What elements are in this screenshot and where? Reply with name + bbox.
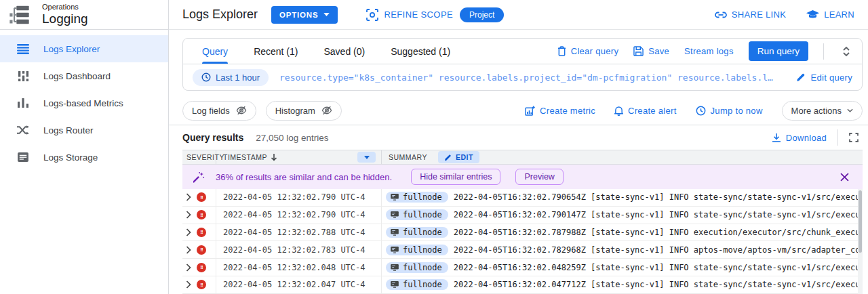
log-rows-container: 2022-04-05 12:32:02.790 UTC-4 fullnode 2… bbox=[182, 189, 863, 294]
collapse-expand-icon[interactable] bbox=[839, 46, 854, 57]
column-severity[interactable]: SEVERITY bbox=[182, 150, 216, 164]
jump-to-now-button[interactable]: Jump to now bbox=[696, 106, 763, 116]
sidebar-item-logs-dashboard[interactable]: Logs Dashboard bbox=[0, 62, 168, 89]
storage-doc-icon bbox=[16, 150, 30, 164]
visibility-off-icon bbox=[321, 106, 332, 115]
summary-cell: fullnode 2022-04-05T16:32:02.790147Z [st… bbox=[382, 209, 863, 220]
run-query-button[interactable]: Run query bbox=[749, 41, 808, 61]
query-text[interactable]: resource.type="k8s_container" resource.l… bbox=[279, 72, 785, 83]
sidebar-item-logs-based-metrics[interactable]: Logs-based Metrics bbox=[0, 89, 168, 117]
refine-scope-button[interactable]: REFINE SCOPE bbox=[366, 9, 453, 21]
severity-cell bbox=[182, 259, 216, 276]
scrollbar-thumb[interactable] bbox=[859, 190, 862, 253]
divider bbox=[823, 43, 824, 60]
column-timestamp[interactable]: TIMESTAMP bbox=[216, 150, 382, 164]
vertical-scrollbar[interactable] bbox=[858, 189, 863, 294]
expand-chevron-icon[interactable] bbox=[186, 280, 191, 289]
log-fields-toggle[interactable]: Log fields bbox=[182, 101, 256, 121]
close-banner-icon[interactable] bbox=[837, 170, 852, 184]
product-name: Operations bbox=[42, 3, 88, 12]
caret-down-icon bbox=[323, 13, 330, 16]
brand: Operations Logging bbox=[0, 0, 168, 30]
expand-chevron-icon[interactable] bbox=[186, 193, 191, 201]
chart-plus-icon bbox=[525, 106, 535, 116]
fullnode-chip[interactable]: fullnode bbox=[386, 209, 448, 220]
link-icon bbox=[715, 10, 727, 20]
tab-query[interactable]: Query bbox=[202, 39, 228, 64]
shuffle-icon bbox=[16, 123, 30, 137]
divider bbox=[837, 129, 838, 146]
learn-label: LEARN bbox=[824, 9, 854, 20]
more-actions-button[interactable]: More actions bbox=[782, 101, 863, 121]
expand-chevron-icon[interactable] bbox=[186, 246, 191, 254]
fullnode-chip[interactable]: fullnode bbox=[386, 227, 448, 238]
query-tabs-row: Query Recent (1) Saved (0) Suggested (1)… bbox=[183, 39, 862, 64]
hide-similar-entries-button[interactable]: Hide similar entries bbox=[411, 169, 500, 185]
summary-cell: fullnode 2022-04-05T16:32:02.782968Z [st… bbox=[382, 245, 863, 255]
log-row[interactable]: 2022-04-05 12:32:02.790 UTC-4 fullnode 2… bbox=[182, 207, 863, 224]
histogram-toggle[interactable]: Histogram bbox=[266, 101, 342, 121]
options-button[interactable]: OPTIONS bbox=[271, 6, 338, 24]
sidebar-item-logs-explorer[interactable]: Logs Explorer bbox=[0, 35, 168, 62]
log-fields-label: Log fields bbox=[192, 106, 230, 116]
log-row[interactable]: 2022-04-05 12:32:02.790 UTC-4 fullnode 2… bbox=[182, 189, 863, 207]
create-metric-button[interactable]: Create metric bbox=[525, 106, 595, 116]
stream-logs-button[interactable]: Stream logs bbox=[684, 46, 734, 56]
create-alert-button[interactable]: Create alert bbox=[614, 106, 677, 116]
fullnode-chip[interactable]: fullnode bbox=[386, 279, 448, 290]
create-metric-label: Create metric bbox=[540, 106, 595, 116]
edit-query-button[interactable]: Edit query bbox=[796, 72, 852, 83]
query-actions: Clear query Save Stream logs Run query bbox=[557, 39, 859, 64]
container-icon bbox=[391, 229, 399, 236]
download-button[interactable]: Download bbox=[772, 133, 827, 143]
sidebar-item-logs-storage[interactable]: Logs Storage bbox=[0, 144, 168, 171]
query-builder-card: Query Recent (1) Saved (0) Suggested (1)… bbox=[182, 38, 863, 91]
tab-saved[interactable]: Saved (0) bbox=[323, 39, 365, 64]
main-content: Logs Explorer OPTIONS REFINE SCOPE Proje… bbox=[169, 0, 868, 294]
fullnode-chip[interactable]: fullnode bbox=[386, 192, 448, 203]
chip-label: fullnode bbox=[403, 280, 442, 289]
learn-button[interactable]: LEARN bbox=[806, 9, 854, 20]
log-summary: 2022-04-05T16:32:02.790147Z [state-sync-… bbox=[454, 210, 863, 219]
save-label: Save bbox=[648, 46, 669, 56]
sidebar-item-label: Logs-based Metrics bbox=[43, 98, 123, 108]
severity-cell bbox=[182, 207, 216, 224]
fullnode-chip[interactable]: fullnode bbox=[386, 245, 448, 255]
chip-label: fullnode bbox=[403, 228, 442, 237]
edit-query-label: Edit query bbox=[810, 72, 852, 83]
expand-chevron-icon[interactable] bbox=[186, 211, 191, 219]
bar-chart-icon bbox=[16, 96, 30, 110]
download-icon bbox=[772, 133, 781, 142]
timestamp-dropdown-button[interactable] bbox=[357, 152, 376, 163]
jump-to-now-label: Jump to now bbox=[711, 106, 763, 116]
tab-recent[interactable]: Recent (1) bbox=[254, 39, 298, 64]
log-row[interactable]: 2022-04-05 12:32:02.047 UTC-4 fullnode 2… bbox=[182, 276, 863, 294]
expand-chevron-icon[interactable] bbox=[186, 228, 191, 236]
clock-icon bbox=[201, 72, 211, 82]
fullscreen-icon[interactable] bbox=[849, 133, 859, 142]
results-header: Query results 27,050 log entries Downloa… bbox=[169, 125, 868, 150]
clear-query-button[interactable]: Clear query bbox=[557, 46, 619, 56]
sidebar-item-label: Logs Router bbox=[43, 125, 94, 135]
share-link-button[interactable]: SHARE LINK bbox=[715, 9, 786, 20]
fullnode-chip[interactable]: fullnode bbox=[386, 262, 448, 273]
container-icon bbox=[391, 247, 399, 253]
log-row[interactable]: 2022-04-05 12:32:02.788 UTC-4 fullnode 2… bbox=[182, 224, 863, 242]
log-rows: 2022-04-05 12:32:02.790 UTC-4 fullnode 2… bbox=[182, 189, 863, 294]
edit-summary-button[interactable]: EDIT bbox=[438, 151, 479, 163]
tab-suggested[interactable]: Suggested (1) bbox=[391, 39, 450, 64]
histogram-label: Histogram bbox=[275, 106, 315, 116]
save-button[interactable]: Save bbox=[633, 46, 669, 56]
sidebar-item-logs-router[interactable]: Logs Router bbox=[0, 117, 168, 144]
error-severity-icon bbox=[197, 280, 206, 289]
log-row[interactable]: 2022-04-05 12:32:02.048 UTC-4 fullnode 2… bbox=[182, 259, 863, 276]
preview-button[interactable]: Preview bbox=[515, 169, 563, 185]
expand-chevron-icon[interactable] bbox=[186, 264, 191, 272]
scope-project-badge[interactable]: Project bbox=[460, 7, 504, 22]
time-range-pill[interactable]: Last 1 hour bbox=[193, 69, 269, 86]
logs-explorer-app: Operations Logging Logs Explorer bbox=[0, 0, 868, 294]
log-row[interactable]: 2022-04-05 12:32:02.783 UTC-4 fullnode 2… bbox=[182, 241, 863, 259]
bell-icon bbox=[614, 106, 623, 116]
clock-icon bbox=[696, 106, 706, 116]
sort-descending-icon[interactable] bbox=[271, 153, 277, 161]
